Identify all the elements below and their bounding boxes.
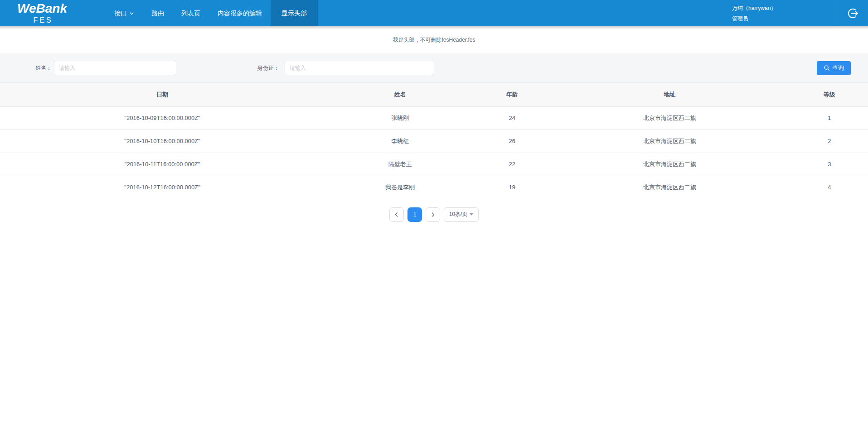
- pagination: 1 10条/页: [0, 207, 868, 222]
- cell-age: 22: [475, 153, 548, 176]
- brand-name: WeBank: [15, 1, 69, 16]
- nav-item-interface[interactable]: 接口: [106, 0, 143, 26]
- nav-item-router[interactable]: 路由: [143, 0, 173, 26]
- cell-address: 北京市海淀区西二旗: [548, 176, 790, 199]
- page-header-banner: 我是头部，不可删除fesHeader.fes: [0, 26, 868, 53]
- cell-level: 3: [791, 153, 868, 176]
- cell-address: 北京市海淀区西二旗: [548, 106, 790, 130]
- cell-name: 李晓红: [325, 130, 475, 153]
- chevron-down-icon: [129, 11, 134, 16]
- cell-age: 19: [475, 176, 548, 199]
- cell-name: 张晓刚: [325, 106, 475, 130]
- table-header-row: 日期 姓名 年龄 地址 等级: [0, 83, 868, 106]
- cell-date: "2016-10-11T16:00:00.000Z": [0, 153, 325, 176]
- brand-logo[interactable]: WeBank FES: [15, 1, 69, 25]
- col-header-address: 地址: [548, 83, 790, 106]
- user-role: 管理员: [732, 14, 776, 24]
- cell-name: 隔壁老王: [325, 153, 475, 176]
- header-divider: [837, 0, 837, 26]
- caret-down-icon: [470, 213, 473, 216]
- logout-button[interactable]: [846, 7, 859, 20]
- chevron-right-icon: [430, 212, 436, 217]
- nav-item-label: 路由: [151, 0, 164, 26]
- logout-icon: [846, 7, 859, 20]
- nav-item-label: 列表页: [181, 0, 200, 26]
- nav-item-label: 接口: [114, 0, 127, 26]
- col-header-name: 姓名: [325, 83, 475, 106]
- id-input[interactable]: [285, 61, 434, 75]
- prev-page-button[interactable]: [389, 207, 404, 222]
- table-row: "2016-10-10T16:00:00.000Z" 李晓红 26 北京市海淀区…: [0, 130, 868, 153]
- cell-age: 26: [475, 130, 548, 153]
- filter-bar: 姓名： 身份证： 查询: [0, 53, 868, 83]
- nav-item-long-edit[interactable]: 内容很多的编辑: [209, 0, 271, 26]
- chevron-left-icon: [394, 212, 399, 217]
- page-number-active[interactable]: 1: [407, 207, 422, 222]
- nav-item-label: 显示头部: [281, 0, 307, 26]
- cell-date: "2016-10-12T16:00:00.000Z": [0, 176, 325, 199]
- search-icon: [824, 65, 830, 71]
- cell-address: 北京市海淀区西二旗: [548, 153, 790, 176]
- table-row: "2016-10-11T16:00:00.000Z" 隔壁老王 22 北京市海淀…: [0, 153, 868, 176]
- nav-item-show-header[interactable]: 显示头部: [271, 0, 318, 26]
- col-header-age: 年龄: [475, 83, 548, 106]
- table-row: "2016-10-09T16:00:00.000Z" 张晓刚 24 北京市海淀区…: [0, 106, 868, 130]
- banner-text: 我是头部，不可删除fesHeader.fes: [393, 37, 475, 43]
- brand-subtitle: FES: [17, 16, 69, 25]
- query-button-label: 查询: [832, 64, 844, 72]
- id-label: 身份证：: [257, 64, 279, 72]
- user-info[interactable]: 万纯（harrywan） 管理员: [732, 3, 776, 24]
- page-size-select[interactable]: 10条/页: [444, 207, 479, 222]
- page-size-value: 10条/页: [449, 211, 468, 218]
- cell-level: 4: [791, 176, 868, 199]
- cell-age: 24: [475, 106, 548, 130]
- table-row: "2016-10-12T16:00:00.000Z" 我爸是李刚 19 北京市海…: [0, 176, 868, 199]
- user-name: 万纯（harrywan）: [732, 3, 776, 14]
- cell-level: 2: [791, 130, 868, 153]
- col-header-date: 日期: [0, 83, 325, 106]
- cell-address: 北京市海淀区西二旗: [548, 130, 790, 153]
- data-table: 日期 姓名 年龄 地址 等级 "2016-10-09T16:00:00.000Z…: [0, 83, 868, 199]
- cell-level: 1: [791, 106, 868, 130]
- nav-item-list-page[interactable]: 列表页: [173, 0, 209, 26]
- table-header: 日期 姓名 年龄 地址 等级: [0, 83, 868, 106]
- main-nav: 接口 路由 列表页 内容很多的编辑 显示头部: [106, 0, 318, 26]
- table-body: "2016-10-09T16:00:00.000Z" 张晓刚 24 北京市海淀区…: [0, 106, 868, 199]
- name-input[interactable]: [54, 61, 176, 75]
- next-page-button[interactable]: [426, 207, 440, 222]
- cell-date: "2016-10-09T16:00:00.000Z": [0, 106, 325, 130]
- cell-date: "2016-10-10T16:00:00.000Z": [0, 130, 325, 153]
- col-header-level: 等级: [791, 83, 868, 106]
- cell-name: 我爸是李刚: [325, 176, 475, 199]
- name-label: 姓名：: [35, 64, 52, 72]
- nav-item-label: 内容很多的编辑: [218, 0, 262, 26]
- query-button[interactable]: 查询: [817, 61, 851, 75]
- app-header: WeBank FES 接口 路由 列表页 内容很多的编辑 显示头部 万纯（har…: [0, 0, 868, 26]
